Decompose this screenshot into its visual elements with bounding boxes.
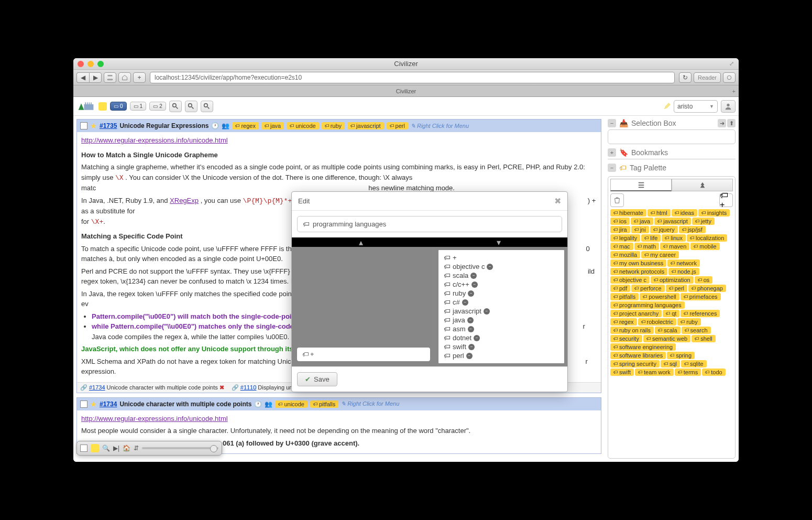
tag-chip[interactable]: programming languages [610, 301, 685, 309]
mini-toolbar[interactable]: 🔍 ▶| 🏠 ⇵ [76, 441, 222, 456]
tag-chip[interactable]: network protocols [610, 268, 667, 275]
child-tag-item[interactable]: 🏷javascript− [444, 307, 559, 316]
tag-chip[interactable]: insights [698, 209, 730, 216]
tag-chip[interactable]: jquery [650, 226, 678, 233]
new-tab-button[interactable]: + [732, 88, 736, 94]
tag-chip[interactable]: os [695, 276, 713, 284]
downloads-button[interactable] [723, 72, 736, 83]
tag-chip[interactable]: security [610, 335, 642, 342]
tag-chip[interactable]: terms [675, 369, 701, 376]
tag-chip[interactable]: search [682, 327, 711, 334]
clock-icon[interactable]: 🕐 [211, 122, 219, 129]
selection-dropzone[interactable] [608, 129, 736, 144]
tag-chip[interactable]: hibernate [610, 209, 646, 216]
tag-chip[interactable]: jetty [692, 218, 715, 225]
star-icon[interactable]: ★ [90, 122, 97, 130]
tag-chip[interactable]: ideas [672, 209, 697, 216]
tag-chip[interactable]: qt [663, 310, 679, 317]
group-icon[interactable]: 👥 [265, 400, 272, 408]
tag-view-tree[interactable] [672, 179, 733, 191]
child-tag-item[interactable]: 🏷asm− [444, 324, 559, 333]
tag-chip[interactable]: network [667, 259, 700, 267]
edit-icon[interactable] [663, 103, 671, 110]
tag-chip[interactable]: project anarchy [610, 310, 662, 317]
tag-chip[interactable]: primefaces [681, 293, 721, 300]
tag-chip[interactable]: optimization [651, 276, 694, 284]
tag-chip[interactable]: ruby [677, 318, 700, 326]
tag-view-list[interactable] [610, 179, 672, 191]
child-tag-item[interactable]: 🏷scala− [444, 271, 559, 280]
tag-chip[interactable]: javascript [654, 218, 690, 225]
trash-button[interactable] [610, 193, 624, 207]
select-checkbox[interactable] [80, 400, 87, 408]
tag-chip[interactable]: pitfalls [610, 293, 639, 300]
tag-chip[interactable]: sqlite [681, 360, 707, 367]
remove-child-icon[interactable]: − [470, 273, 477, 279]
tag-chip[interactable]: maven [660, 243, 689, 250]
collapse-icon[interactable]: − [608, 164, 616, 172]
save-button[interactable]: ✔Save [297, 372, 337, 386]
tag-chip[interactable]: perl [666, 285, 687, 292]
expand-icon[interactable]: + [608, 148, 616, 157]
tag-chip[interactable]: swift [610, 369, 634, 376]
bookmarks-button[interactable] [104, 72, 116, 83]
tag-chip[interactable]: javascript [347, 122, 383, 129]
tag-chip[interactable]: phonegap [688, 285, 726, 292]
search-button-3[interactable] [201, 101, 213, 112]
search-button-1[interactable] [169, 101, 182, 112]
search-icon[interactable]: 🔍 [102, 445, 110, 452]
remove-icon[interactable]: ✖ [220, 384, 224, 391]
star-icon[interactable]: ★ [90, 400, 97, 408]
panel-1-button[interactable]: ▭ 1 [130, 102, 147, 111]
tag-chip[interactable]: ruby [322, 122, 345, 129]
remove-child-icon[interactable]: − [471, 281, 478, 288]
child-tag-item[interactable]: 🏷c/c++− [444, 280, 559, 289]
tag-chip[interactable]: my career [641, 251, 679, 258]
zoom-slider[interactable] [142, 447, 218, 449]
tag-chip[interactable]: sql [661, 360, 680, 367]
tag-chip[interactable]: perl [387, 122, 408, 129]
link[interactable]: XRegExp [170, 197, 199, 204]
collapse-icon[interactable]: − [608, 119, 616, 127]
search-button-2[interactable] [185, 101, 197, 112]
group-icon[interactable]: 👥 [222, 122, 229, 129]
tag-chip[interactable]: life [641, 234, 661, 242]
tag-chip[interactable]: objective c [610, 276, 650, 284]
mini-highlight[interactable] [91, 444, 99, 452]
tag-chip[interactable]: mobile [690, 243, 719, 250]
move-up-button[interactable]: ▴ [292, 237, 430, 247]
tag-chip[interactable]: software engineering [610, 343, 676, 351]
browser-tab[interactable]: Civilizer [380, 85, 432, 96]
tag-chip[interactable]: spring [667, 352, 695, 359]
tag-chip[interactable]: powershell [640, 293, 679, 300]
remove-child-icon[interactable]: − [466, 353, 473, 359]
panel-0-button[interactable]: ▭ 0 [110, 102, 127, 111]
highlight-toggle[interactable] [98, 102, 107, 111]
source-link[interactable]: http://www.regular-expressions.info/unic… [81, 136, 228, 144]
tag-chip[interactable]: localization [687, 234, 727, 242]
forward-button[interactable]: ▶ [89, 72, 102, 83]
tag-chip[interactable]: legality [610, 234, 640, 242]
reload-button[interactable]: ↻ [679, 72, 692, 83]
tag-chip[interactable]: semantic web [643, 335, 690, 342]
child-tag-item[interactable]: 🏷java− [444, 316, 559, 324]
tag-chip[interactable]: pitfalls [310, 400, 338, 408]
select-checkbox[interactable] [80, 122, 87, 129]
back-button[interactable]: ◀ [76, 72, 89, 83]
tag-chip[interactable]: jira [610, 226, 630, 233]
arrow-up-icon[interactable]: ⬆ [727, 119, 736, 127]
tag-chip[interactable]: team work [635, 369, 674, 376]
remove-child-icon[interactable]: − [474, 335, 480, 341]
mini-checkbox[interactable] [80, 445, 87, 452]
tag-chip[interactable]: software libraries [610, 352, 666, 359]
tag-chip[interactable]: shell [692, 335, 716, 342]
child-tag-item[interactable]: 🏷dotnet− [444, 333, 559, 342]
next-icon[interactable]: ▶| [113, 445, 119, 452]
source-link[interactable]: http://www.regular-expressions.info/unic… [81, 415, 228, 422]
arrow-right-icon[interactable]: ➜ [718, 119, 726, 127]
tag-chip[interactable]: linux [662, 234, 686, 242]
tag-chip[interactable]: java [631, 218, 653, 225]
tag-chip[interactable]: unicode [275, 400, 308, 408]
tag-chip[interactable]: jni [631, 226, 649, 233]
tag-chip[interactable]: pdf [610, 285, 630, 292]
